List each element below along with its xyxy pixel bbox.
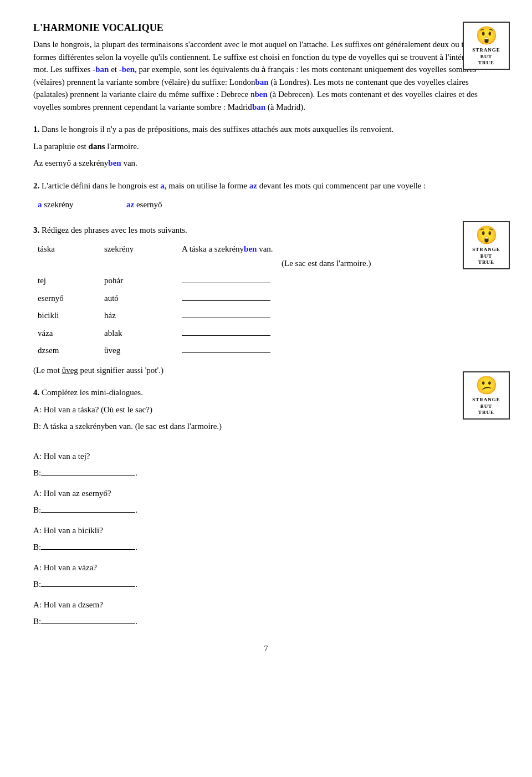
section-3: 3. Rédigez des phrases avec les mots sui… xyxy=(33,224,493,377)
dialogue-2: A: Hol van a tej? B:. xyxy=(33,450,493,479)
a-prefix: a xyxy=(38,200,42,209)
emoji-face-3: 😕 xyxy=(466,375,507,396)
article-a-cell: a szekrény xyxy=(33,196,122,214)
strange-but-true-label-3: STRANGEBUTTRUE xyxy=(466,397,507,416)
larmoire-text: l'armoire. xyxy=(105,142,139,151)
section-1-num: 1. xyxy=(33,125,39,134)
section-4-text: Complétez les mini-dialogues. xyxy=(39,388,143,397)
article-table: a szekrény az esernyő xyxy=(33,196,493,214)
blank-2 xyxy=(182,300,270,301)
example-answer-pre: A táska a szekrény xyxy=(182,244,244,253)
blank-3 xyxy=(182,318,270,318)
eserny-word: esernyő xyxy=(134,200,162,209)
phrase-col2: ház xyxy=(100,307,177,325)
table-row: dzsem üveg xyxy=(33,342,493,360)
phrase-col1: váza xyxy=(33,325,100,343)
emoji-face-2: 😲 xyxy=(466,224,507,246)
dialogue-blank-2 xyxy=(41,475,135,476)
section-3-heading: 3. Rédigez des phrases avec les mots sui… xyxy=(33,224,493,237)
section-1-example2: Az esernyő a szekrényben van. xyxy=(33,157,493,170)
phrase-col2: pohár xyxy=(100,272,177,290)
dialogue-4-a: A: Hol van a bicikli? xyxy=(33,524,493,537)
section-1: 1. Dans le hongrois il n'y a pas de prép… xyxy=(33,123,493,170)
phrase-col1: tej xyxy=(33,272,100,290)
intro-text-6: (à Madrid). xyxy=(265,103,305,111)
dans-word: dans xyxy=(89,142,105,151)
page-title: L'HARMONIE VOCALIQUE xyxy=(33,22,493,34)
strange-but-true-box-2: 😲 STRANGEBUTTRUE xyxy=(463,221,510,269)
intro-et: et xyxy=(109,65,119,74)
dialogue-3: A: Hol van az esernyő? B:. xyxy=(33,487,493,517)
szekreny-word: szekrény xyxy=(42,200,74,209)
dialogue-6-a: A: Hol van a dzsem? xyxy=(33,599,493,611)
example-translation: (Le sac est dans l'armoire.) xyxy=(282,259,371,268)
dialogue-blank-6 xyxy=(41,623,135,624)
phrase-table: táska szekrény A táska a szekrényben van… xyxy=(33,241,493,360)
phrase-col1: bicikli xyxy=(33,307,100,325)
dialogue-1-a: A: Hol van a táska? (Où est le sac?) xyxy=(33,403,493,416)
note-post: peut signifier aussi 'pot'.) xyxy=(78,366,163,375)
article-a: a, xyxy=(160,181,166,190)
section-2-para: 2. L'article défini dans le hongrois est… xyxy=(33,180,493,192)
table-row: tej pohár xyxy=(33,272,493,290)
example-ben: ben xyxy=(244,244,257,253)
phrase-col2: autó xyxy=(100,290,177,308)
dialogue-4-b: B:. xyxy=(33,541,493,554)
article-empty xyxy=(233,196,493,214)
dialogue-1-b: B: A táska a szekrényben van. (le sac es… xyxy=(33,420,493,433)
table-row: váza ablak xyxy=(33,325,493,343)
dialogue-5-b: B:. xyxy=(33,578,493,591)
dialogue-5: A: Hol van a váza? B:. xyxy=(33,561,493,591)
section-1-example1: La parapluie est dans l'armoire. xyxy=(33,140,493,153)
dialogue-4: A: Hol van a bicikli? B:. xyxy=(33,524,493,554)
section-2-end: devant les mots qui commencent par une v… xyxy=(257,181,426,190)
la-parapluie: La parapluie est xyxy=(33,142,89,151)
section-4: 4. Complétez les mini-dialogues. A: Hol … xyxy=(33,386,493,628)
dialogue-6: A: Hol van a dzsem? B:. xyxy=(33,599,493,628)
article-row: a szekrény az esernyő xyxy=(33,196,493,214)
eserny-ben: ben xyxy=(108,159,121,167)
section-2-num: 2. xyxy=(33,181,39,190)
section-2-text: L'article défini dans le hongrois est xyxy=(39,181,160,190)
strange-but-true-box-1: 😲 STRANGEBUTTRUE xyxy=(463,22,510,70)
dialogue-2-a: A: Hol van a tej? xyxy=(33,450,493,463)
page-number: 7 xyxy=(33,645,499,653)
phrase-col2: üveg xyxy=(100,342,177,360)
note-pre: (Le mot xyxy=(33,366,62,375)
phrase-col3 xyxy=(177,325,493,343)
section-1-para: 1. Dans le hongrois il n'y a pas de prép… xyxy=(33,123,493,136)
dialogue-6-b: B:. xyxy=(33,615,493,628)
london-ban: ban xyxy=(255,78,268,86)
dialogue-blank-5 xyxy=(41,586,135,587)
blank-1 xyxy=(182,283,270,283)
example-van: van. xyxy=(257,244,273,253)
dialogue-2-b: B:. xyxy=(33,467,493,479)
intro-section: Dans le hongrois, la plupart des termina… xyxy=(33,38,493,113)
phrase-col1-example: táska xyxy=(33,241,100,272)
section-4-heading: 4. Complétez les mini-dialogues. xyxy=(33,386,493,399)
dialogue-3-a: A: Hol van az esernyő? xyxy=(33,487,493,500)
phrase-col3 xyxy=(177,307,493,325)
uveg-word: üveg xyxy=(62,366,78,375)
strange-but-true-box-3: 😕 STRANGEBUTTRUE xyxy=(463,371,510,420)
dialogue-1: A: Hol van a táska? (Où est le sac?) B: … xyxy=(33,403,493,433)
intro-para: Dans le hongrois, la plupart des termina… xyxy=(33,38,493,113)
section-2: 2. L'article défini dans le hongrois est… xyxy=(33,180,493,214)
dialogue-5-a: A: Hol van a váza? xyxy=(33,561,493,574)
phrase-col2-example: szekrény xyxy=(100,241,177,272)
phrase-col3 xyxy=(177,342,493,360)
van-text: van. xyxy=(121,159,137,167)
section-3-text: Rédigez des phrases avec les mots suivan… xyxy=(39,226,187,234)
section-3-num: 3. xyxy=(33,226,39,234)
dialogue-blank-4 xyxy=(41,549,135,550)
emoji-face-1: 😲 xyxy=(466,25,507,46)
strange-but-true-label-1: STRANGEBUTTRUE xyxy=(466,47,507,67)
phrase-example-row: táska szekrény A táska a szekrényben van… xyxy=(33,241,493,272)
dialogue-blank-3 xyxy=(41,512,135,513)
blank-5 xyxy=(182,352,270,353)
phrase-col2: ablak xyxy=(100,325,177,343)
uveg-note: (Le mot üveg peut signifier aussi 'pot'.… xyxy=(33,364,493,377)
az-prefix: az xyxy=(126,200,134,209)
intro-text-2: par exemple, sont les équivalents du xyxy=(137,65,262,74)
section-2-mid: mais on utilise la forme xyxy=(167,181,249,190)
